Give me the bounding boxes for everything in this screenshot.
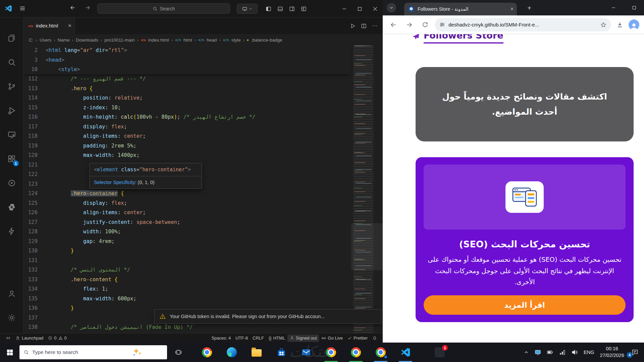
language-indicator[interactable]: ENG xyxy=(584,350,594,355)
volume-icon[interactable] xyxy=(571,349,578,356)
reload-icon[interactable] xyxy=(419,19,431,31)
breadcrumb-item[interactable]: Users xyxy=(40,38,51,43)
code-line: 127 justify-content: space-between; xyxy=(23,218,351,227)
tab-close-icon[interactable]: × xyxy=(68,22,71,29)
go-live-item[interactable]: Go Live xyxy=(319,335,345,342)
remote-indicator[interactable] xyxy=(3,335,13,342)
chrome-app-button[interactable] xyxy=(195,343,219,362)
search-sidebar-icon[interactable] xyxy=(0,50,23,74)
downloads-icon[interactable] xyxy=(614,19,626,31)
browser-illustration-icon xyxy=(505,181,544,213)
forward-arrow-icon[interactable] xyxy=(85,5,91,11)
taskbar-search[interactable]: Type here to search xyxy=(19,345,167,359)
minimap-slider[interactable] xyxy=(351,223,383,270)
breadcrumb-item[interactable]: html xyxy=(183,38,192,43)
close-button[interactable] xyxy=(367,0,383,17)
chrome-window-button[interactable] xyxy=(343,343,368,362)
back-arrow-icon[interactable] xyxy=(70,5,76,11)
language-mode-item[interactable]: {} HTML xyxy=(266,335,287,342)
browser-tab-title: Followers Store - المدونة xyxy=(418,6,507,12)
vscode-app-button[interactable] xyxy=(393,343,418,362)
command-center-search[interactable]: Search xyxy=(97,3,230,14)
launchpad-item[interactable]: Launchpad xyxy=(13,335,46,342)
browser-tab[interactable]: Followers Store - المدونة × xyxy=(404,3,517,15)
extensions-icon[interactable]: 1 xyxy=(0,147,23,171)
breadcrumb-item[interactable]: Name xyxy=(58,38,70,43)
more-actions-icon[interactable]: ··· xyxy=(372,23,377,29)
action-center-button[interactable]: 4 xyxy=(630,347,640,357)
bell-icon[interactable] xyxy=(370,335,379,342)
breadcrumb-item[interactable]: pro10011-main xyxy=(105,38,135,43)
read-more-button[interactable]: اقرأ المزيد xyxy=(424,295,626,315)
maximize-button[interactable] xyxy=(352,0,367,17)
tooltip-specificity: Selector Specificity: (0, 1, 0) xyxy=(90,176,202,188)
source-control-icon[interactable] xyxy=(0,74,23,99)
formatter-item[interactable]: Prettier xyxy=(345,335,370,342)
tab-index-html[interactable]: <> index.html × xyxy=(23,17,75,34)
menu-icon[interactable] xyxy=(19,5,25,11)
new-tab-button[interactable]: + xyxy=(525,4,534,12)
layout-panel-icon[interactable] xyxy=(277,6,283,12)
browser-forward-icon[interactable] xyxy=(403,19,415,31)
problems-item[interactable]: 0 0 xyxy=(46,335,69,342)
layout-sidebar-right-icon[interactable] xyxy=(289,6,295,12)
breadcrumb-item[interactable]: index.html xyxy=(148,38,169,43)
breadcrumb-item[interactable]: Downloads xyxy=(76,38,98,43)
profile-avatar[interactable] xyxy=(629,19,639,30)
address-bar[interactable]: deshadvz-cmyk.github.io/SMM-Front-e... xyxy=(435,18,611,32)
settings-gear-icon[interactable] xyxy=(0,306,23,330)
tab-search-button[interactable] xyxy=(387,3,396,12)
specificity-label[interactable]: Selector Specificity xyxy=(94,180,135,185)
chrome-window-button[interactable] xyxy=(319,343,343,362)
python-icon[interactable] xyxy=(0,195,23,219)
task-view-button[interactable] xyxy=(170,343,187,362)
accounts-icon[interactable] xyxy=(0,282,23,306)
code-pane[interactable]: 112 /* --- قسم الهيرو --- */113 .hero {1… xyxy=(23,46,351,333)
bookmark-star-icon[interactable] xyxy=(600,22,606,28)
thunder-client-icon[interactable] xyxy=(0,219,23,243)
tab-close-icon[interactable]: × xyxy=(511,6,514,12)
broadcast-icon xyxy=(321,336,326,341)
split-editor-icon[interactable] xyxy=(361,23,367,29)
minimap[interactable] xyxy=(351,46,383,333)
notifying-app-button[interactable]: 1 xyxy=(427,343,452,362)
screencast-button[interactable] xyxy=(237,4,258,14)
indentation-item[interactable]: Spaces: 4 xyxy=(209,335,233,342)
network-icon[interactable] xyxy=(559,349,566,356)
file-explorer-button[interactable] xyxy=(244,343,269,362)
chrome-window-button[interactable] xyxy=(368,343,393,362)
layout-customize-icon[interactable] xyxy=(301,6,307,12)
encoding-item[interactable]: UTF-8 xyxy=(233,335,250,342)
start-button[interactable] xyxy=(0,343,19,362)
clock[interactable]: 00:16 27/02/2026 xyxy=(600,346,624,359)
display-tray-icon[interactable] xyxy=(535,349,541,356)
breadcrumb-item[interactable]: head xyxy=(207,38,217,43)
run-debug-icon[interactable] xyxy=(0,99,23,123)
mail-app-button[interactable] xyxy=(294,343,319,362)
notification-toast[interactable]: Your GitHub token is invalid. Please sig… xyxy=(154,309,381,324)
site-settings-icon[interactable] xyxy=(439,22,445,27)
run-preview-icon[interactable] xyxy=(350,23,356,29)
code-editor[interactable]: 112 /* --- قسم الهيرو --- */113 .hero {1… xyxy=(23,46,383,333)
battery-icon[interactable] xyxy=(547,349,553,356)
html-file-icon: <> xyxy=(141,38,146,43)
minimize-button[interactable] xyxy=(336,0,352,17)
layout-sidebar-left-icon[interactable] xyxy=(266,6,271,12)
breadcrumb-item[interactable]: .balance-badge xyxy=(251,38,282,43)
store-app-button[interactable] xyxy=(269,343,294,362)
browser-minimize-button[interactable] xyxy=(605,0,622,15)
account-status-item[interactable]: Signed out xyxy=(287,335,319,342)
explorer-icon[interactable] xyxy=(0,26,23,50)
browser-maximize-button[interactable] xyxy=(626,0,642,15)
url-text[interactable]: deshadvz-cmyk.github.io/SMM-Front-e... xyxy=(448,22,597,27)
breadcrumb-item[interactable]: C: xyxy=(29,38,34,43)
breadcrumb-item[interactable]: style xyxy=(231,38,241,43)
browser-back-icon[interactable] xyxy=(387,19,399,31)
edge-app-button[interactable] xyxy=(219,343,244,362)
remote-explorer-icon[interactable] xyxy=(0,123,23,147)
live-preview-icon[interactable] xyxy=(0,171,23,195)
tray-chevron-icon[interactable] xyxy=(524,350,529,355)
eol-item[interactable]: CRLF xyxy=(250,335,266,342)
editor-tabbar: <> index.html × ··· xyxy=(23,17,383,34)
code-line: 3<head> xyxy=(23,55,351,65)
